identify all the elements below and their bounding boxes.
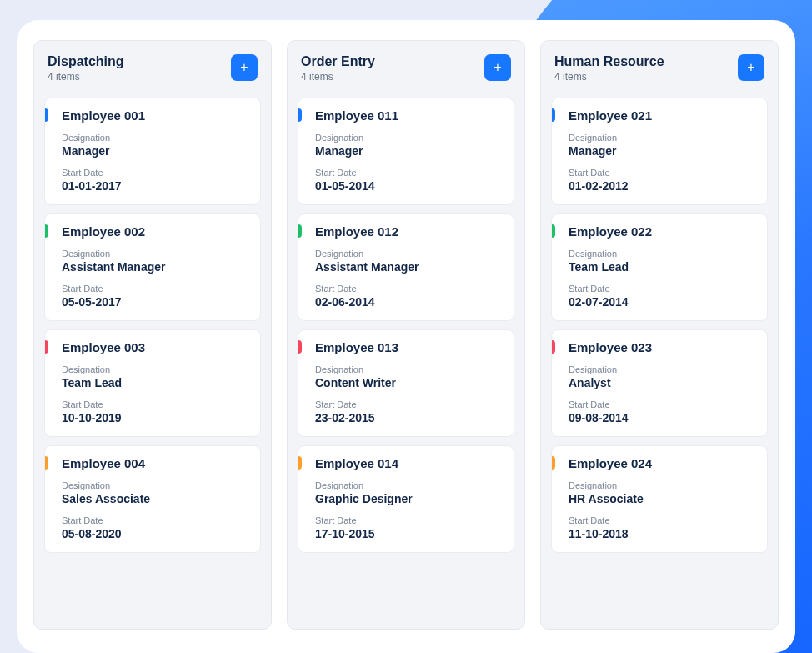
board-container: Dispatching4 items+Employee 001Designati… [17, 20, 795, 653]
designation-label: Designation [569, 480, 755, 490]
column-title-wrap: Human Resource4 items [554, 54, 664, 83]
employee-card[interactable]: Employee 002DesignationAssistant Manager… [44, 213, 261, 321]
start-date-value: 01-01-2017 [62, 179, 248, 193]
add-card-button[interactable]: + [231, 54, 258, 81]
card-accent [298, 224, 302, 238]
designation-value: Content Writer [315, 376, 502, 389]
designation-label: Designation [62, 249, 248, 259]
designation-value: Sales Associate [62, 492, 248, 505]
employee-card[interactable]: Employee 003DesignationTeam LeadStart Da… [44, 329, 261, 437]
employee-name: Employee 013 [315, 340, 502, 354]
column-title: Order Entry [301, 54, 375, 69]
employee-name: Employee 022 [569, 224, 755, 239]
employee-name: Employee 002 [62, 224, 248, 239]
employee-name: Employee 003 [62, 340, 248, 354]
column: Human Resource4 items+Employee 021Design… [540, 40, 779, 630]
employee-card[interactable]: Employee 011DesignationManagerStart Date… [298, 98, 514, 205]
employee-name: Employee 012 [315, 224, 502, 239]
designation-label: Designation [315, 249, 502, 259]
employee-card[interactable]: Employee 022DesignationTeam LeadStart Da… [551, 213, 768, 321]
start-date-value: 10-10-2019 [62, 411, 248, 424]
designation-value: HR Associate [569, 492, 755, 505]
employee-card[interactable]: Employee 012DesignationAssistant Manager… [298, 213, 514, 321]
card-accent [45, 340, 48, 354]
designation-label: Designation [569, 249, 755, 259]
add-card-button[interactable]: + [484, 54, 511, 81]
column-count: 4 items [301, 71, 375, 83]
plus-icon: + [494, 61, 501, 74]
employee-card[interactable]: Employee 023DesignationAnalystStart Date… [551, 329, 768, 437]
employee-card[interactable]: Employee 001DesignationManagerStart Date… [44, 98, 261, 205]
column: Order Entry4 items+Employee 011Designati… [287, 40, 525, 630]
start-date-value: 23-02-2015 [315, 411, 502, 424]
designation-value: Assistant Manager [62, 260, 248, 274]
start-date-value: 02-06-2014 [315, 295, 502, 309]
designation-label: Designation [62, 480, 248, 490]
employee-name: Employee 021 [569, 108, 755, 123]
employee-card[interactable]: Employee 004DesignationSales AssociateSt… [44, 445, 261, 553]
card-accent [298, 108, 302, 122]
designation-value: Manager [315, 144, 502, 158]
card-accent [552, 224, 555, 238]
start-date-label: Start Date [315, 515, 502, 525]
start-date-value: 05-05-2017 [62, 295, 248, 309]
column-count: 4 items [554, 71, 664, 83]
employee-name: Employee 024 [569, 456, 755, 470]
employee-card[interactable]: Employee 014DesignationGraphic DesignerS… [298, 445, 514, 553]
start-date-label: Start Date [569, 399, 755, 409]
column-header: Human Resource4 items+ [551, 53, 768, 83]
card-accent [552, 108, 555, 122]
employee-name: Employee 023 [569, 340, 755, 354]
start-date-label: Start Date [569, 168, 755, 178]
start-date-value: 09-08-2014 [569, 411, 755, 424]
add-card-button[interactable]: + [738, 54, 764, 81]
employee-card[interactable]: Employee 021DesignationManagerStart Date… [551, 98, 768, 205]
designation-label: Designation [62, 364, 248, 374]
card-accent [45, 456, 48, 470]
column: Dispatching4 items+Employee 001Designati… [33, 40, 272, 630]
designation-label: Designation [315, 480, 502, 490]
start-date-value: 05-08-2020 [62, 527, 248, 540]
designation-value: Manager [62, 144, 248, 158]
designation-value: Manager [569, 144, 755, 158]
start-date-label: Start Date [62, 284, 248, 294]
designation-value: Graphic Designer [315, 492, 502, 505]
start-date-label: Start Date [315, 284, 502, 294]
column-title-wrap: Order Entry4 items [301, 54, 375, 83]
card-accent [298, 340, 302, 354]
start-date-label: Start Date [62, 168, 248, 178]
start-date-label: Start Date [569, 515, 755, 525]
employee-name: Employee 004 [62, 456, 248, 470]
plus-icon: + [747, 61, 754, 74]
start-date-label: Start Date [315, 399, 502, 409]
designation-label: Designation [569, 133, 755, 143]
designation-value: Team Lead [62, 376, 248, 389]
designation-label: Designation [569, 364, 755, 374]
designation-label: Designation [315, 364, 502, 374]
card-accent [45, 224, 48, 238]
column-title-wrap: Dispatching4 items [48, 54, 124, 83]
employee-card[interactable]: Employee 013DesignationContent WriterSta… [298, 329, 514, 437]
start-date-label: Start Date [62, 399, 248, 409]
designation-label: Designation [315, 133, 502, 143]
employee-name: Employee 011 [315, 108, 502, 123]
column-title: Dispatching [48, 54, 124, 69]
designation-value: Analyst [569, 376, 755, 389]
start-date-value: 01-05-2014 [315, 179, 502, 193]
column-count: 4 items [48, 71, 124, 83]
employee-card[interactable]: Employee 024DesignationHR AssociateStart… [551, 445, 768, 553]
plus-icon: + [240, 61, 248, 74]
start-date-value: 11-10-2018 [569, 527, 755, 540]
card-accent [552, 340, 555, 354]
designation-label: Designation [62, 133, 248, 143]
employee-name: Employee 014 [315, 456, 502, 470]
designation-value: Assistant Manager [315, 260, 502, 274]
column-title: Human Resource [554, 54, 664, 69]
start-date-label: Start Date [62, 515, 248, 525]
designation-value: Team Lead [569, 260, 755, 274]
card-accent [298, 456, 302, 470]
start-date-value: 01-02-2012 [569, 179, 755, 193]
card-accent [45, 108, 48, 122]
employee-name: Employee 001 [62, 108, 248, 123]
start-date-value: 02-07-2014 [569, 295, 755, 309]
